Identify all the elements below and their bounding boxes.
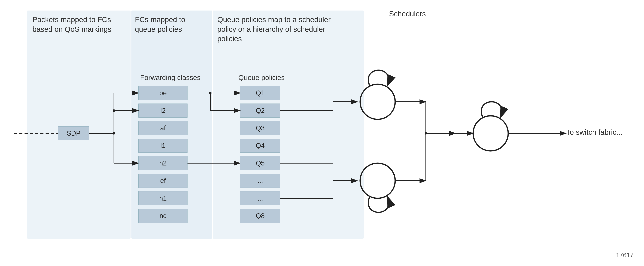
qp-box-Q5: Q5 <box>240 156 280 170</box>
fc-box-nc: nc <box>138 209 188 223</box>
qp-box-Q1: Q1 <box>240 86 280 100</box>
fc-box-l1: l1 <box>138 139 188 153</box>
label-fcs: FCs mapped to queue policies <box>135 15 205 34</box>
qp-box-Q4: Q4 <box>240 139 280 153</box>
label-schedulers: Schedulers <box>389 10 426 18</box>
col-header-queue-policies: Queue policies <box>238 74 285 82</box>
diagram-container: Packets mapped to FCs based on QoS marki… <box>0 0 644 266</box>
qp-box-Q2: Q2 <box>240 104 280 118</box>
label-queue-policies: Queue policies map to a scheduler policy… <box>217 15 349 44</box>
panel-packets-bg <box>27 11 130 239</box>
fc-box-ef: ef <box>138 174 188 188</box>
switch-fabric-label: To switch fabric... <box>566 128 622 137</box>
qp-box-Q3: Q3 <box>240 121 280 135</box>
fc-box-h2: h2 <box>138 156 188 170</box>
svg-point-30 <box>360 163 395 198</box>
fc-box-be: be <box>138 86 188 100</box>
label-packets: Packets mapped to FCs based on QoS marki… <box>32 15 122 34</box>
panel-queues-bg <box>213 11 364 239</box>
col-header-forwarding-classes: Forwarding classes <box>140 74 201 82</box>
svg-point-33 <box>424 132 427 135</box>
fc-box-h1: h1 <box>138 191 188 205</box>
qp-box-dotdotdot: ... <box>240 191 280 205</box>
qp-box-dotdotdot: ... <box>240 174 280 188</box>
fc-box-af: af <box>138 121 188 135</box>
svg-point-26 <box>360 84 395 119</box>
figure-number: 17617 <box>616 252 634 259</box>
qp-box-Q8: Q8 <box>240 209 280 223</box>
fc-box-l2: l2 <box>138 104 188 118</box>
sdp-box: SDP <box>58 126 89 140</box>
svg-point-34 <box>473 116 508 151</box>
